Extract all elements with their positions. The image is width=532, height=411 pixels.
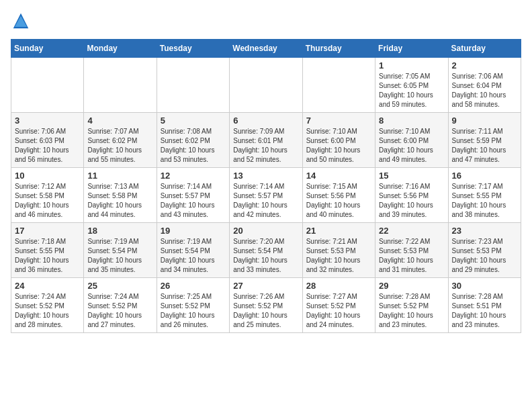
- day-info: Sunrise: 7:14 AM Sunset: 5:57 PM Dayligh…: [161, 182, 226, 220]
- calendar-cell: 23Sunrise: 7:23 AM Sunset: 5:53 PM Dayli…: [448, 223, 521, 278]
- day-info: Sunrise: 7:09 AM Sunset: 6:01 PM Dayligh…: [233, 127, 298, 165]
- calendar-cell: 5Sunrise: 7:08 AM Sunset: 6:02 PM Daylig…: [157, 113, 229, 168]
- day-info: Sunrise: 7:12 AM Sunset: 5:58 PM Dayligh…: [15, 182, 80, 220]
- day-number: 2: [452, 60, 517, 71]
- day-number: 16: [452, 171, 517, 181]
- day-info: Sunrise: 7:27 AM Sunset: 5:52 PM Dayligh…: [306, 292, 371, 330]
- calendar-cell: [84, 58, 157, 113]
- day-number: 25: [87, 281, 152, 291]
- calendar-cell: 20Sunrise: 7:20 AM Sunset: 5:54 PM Dayli…: [230, 223, 302, 278]
- day-number: 28: [306, 281, 371, 291]
- day-info: Sunrise: 7:19 AM Sunset: 5:54 PM Dayligh…: [161, 237, 226, 275]
- day-info: Sunrise: 7:16 AM Sunset: 5:56 PM Dayligh…: [379, 182, 444, 220]
- day-number: 12: [161, 171, 226, 181]
- calendar-cell: 24Sunrise: 7:24 AM Sunset: 5:52 PM Dayli…: [11, 278, 84, 333]
- calendar-week-row: 3Sunrise: 7:06 AM Sunset: 6:03 PM Daylig…: [11, 113, 521, 168]
- day-info: Sunrise: 7:18 AM Sunset: 5:55 PM Dayligh…: [15, 237, 80, 275]
- calendar-cell: 17Sunrise: 7:18 AM Sunset: 5:55 PM Dayli…: [11, 223, 84, 278]
- day-header-saturday: Saturday: [448, 40, 521, 58]
- day-number: 17: [15, 226, 80, 236]
- day-number: 26: [161, 281, 226, 291]
- calendar-cell: 21Sunrise: 7:21 AM Sunset: 5:53 PM Dayli…: [302, 223, 375, 278]
- day-info: Sunrise: 7:20 AM Sunset: 5:54 PM Dayligh…: [233, 237, 298, 275]
- day-info: Sunrise: 7:17 AM Sunset: 5:55 PM Dayligh…: [452, 182, 517, 220]
- calendar-cell: 3Sunrise: 7:06 AM Sunset: 6:03 PM Daylig…: [11, 113, 84, 168]
- calendar-cell: 2Sunrise: 7:06 AM Sunset: 6:04 PM Daylig…: [448, 58, 521, 113]
- calendar-cell: 27Sunrise: 7:26 AM Sunset: 5:52 PM Dayli…: [230, 278, 302, 333]
- day-header-monday: Monday: [84, 40, 157, 58]
- day-info: Sunrise: 7:06 AM Sunset: 6:03 PM Dayligh…: [15, 127, 80, 165]
- day-number: 23: [452, 226, 517, 236]
- day-info: Sunrise: 7:21 AM Sunset: 5:53 PM Dayligh…: [306, 237, 371, 275]
- calendar-cell: 6Sunrise: 7:09 AM Sunset: 6:01 PM Daylig…: [230, 113, 302, 168]
- calendar-cell: 13Sunrise: 7:14 AM Sunset: 5:57 PM Dayli…: [230, 168, 302, 223]
- day-number: 1: [379, 60, 444, 71]
- calendar-cell: 22Sunrise: 7:22 AM Sunset: 5:53 PM Dayli…: [375, 223, 448, 278]
- logo-icon: [11, 11, 31, 31]
- day-number: 3: [15, 116, 80, 126]
- calendar-cell: 8Sunrise: 7:10 AM Sunset: 6:00 PM Daylig…: [375, 113, 448, 168]
- day-number: 22: [379, 226, 444, 236]
- day-info: Sunrise: 7:19 AM Sunset: 5:54 PM Dayligh…: [87, 237, 152, 275]
- day-info: Sunrise: 7:15 AM Sunset: 5:56 PM Dayligh…: [306, 182, 371, 220]
- calendar-table: SundayMondayTuesdayWednesdayThursdayFrid…: [11, 39, 521, 333]
- day-info: Sunrise: 7:28 AM Sunset: 5:52 PM Dayligh…: [379, 292, 444, 330]
- day-number: 13: [233, 171, 298, 181]
- calendar-cell: [11, 58, 84, 113]
- day-number: 9: [452, 116, 517, 126]
- calendar-week-row: 10Sunrise: 7:12 AM Sunset: 5:58 PM Dayli…: [11, 168, 521, 223]
- calendar-cell: 10Sunrise: 7:12 AM Sunset: 5:58 PM Dayli…: [11, 168, 84, 223]
- day-number: 7: [306, 116, 371, 126]
- calendar-cell: 18Sunrise: 7:19 AM Sunset: 5:54 PM Dayli…: [84, 223, 157, 278]
- day-number: 20: [233, 226, 298, 236]
- day-header-wednesday: Wednesday: [230, 40, 302, 58]
- calendar-cell: 4Sunrise: 7:07 AM Sunset: 6:02 PM Daylig…: [84, 113, 157, 168]
- calendar-cell: [157, 58, 229, 113]
- logo: [11, 11, 34, 31]
- day-number: 21: [306, 226, 371, 236]
- calendar-cell: 29Sunrise: 7:28 AM Sunset: 5:52 PM Dayli…: [375, 278, 448, 333]
- calendar-cell: 16Sunrise: 7:17 AM Sunset: 5:55 PM Dayli…: [448, 168, 521, 223]
- calendar-cell: 26Sunrise: 7:25 AM Sunset: 5:52 PM Dayli…: [157, 278, 229, 333]
- day-number: 14: [306, 171, 371, 181]
- calendar-header-row: SundayMondayTuesdayWednesdayThursdayFrid…: [11, 40, 521, 58]
- day-info: Sunrise: 7:23 AM Sunset: 5:53 PM Dayligh…: [452, 237, 517, 275]
- calendar-week-row: 17Sunrise: 7:18 AM Sunset: 5:55 PM Dayli…: [11, 223, 521, 278]
- day-info: Sunrise: 7:07 AM Sunset: 6:02 PM Dayligh…: [87, 127, 152, 165]
- calendar-cell: 1Sunrise: 7:05 AM Sunset: 6:05 PM Daylig…: [375, 58, 448, 113]
- calendar-cell: 30Sunrise: 7:28 AM Sunset: 5:51 PM Dayli…: [448, 278, 521, 333]
- day-info: Sunrise: 7:24 AM Sunset: 5:52 PM Dayligh…: [15, 292, 80, 330]
- day-number: 18: [87, 226, 152, 236]
- day-info: Sunrise: 7:11 AM Sunset: 5:59 PM Dayligh…: [452, 127, 517, 165]
- day-header-sunday: Sunday: [11, 40, 84, 58]
- day-info: Sunrise: 7:06 AM Sunset: 6:04 PM Dayligh…: [452, 72, 517, 109]
- day-number: 8: [379, 116, 444, 126]
- day-number: 24: [15, 281, 80, 291]
- calendar-week-row: 24Sunrise: 7:24 AM Sunset: 5:52 PM Dayli…: [11, 278, 521, 333]
- calendar-cell: 14Sunrise: 7:15 AM Sunset: 5:56 PM Dayli…: [302, 168, 375, 223]
- day-info: Sunrise: 7:10 AM Sunset: 6:00 PM Dayligh…: [306, 127, 371, 165]
- day-info: Sunrise: 7:25 AM Sunset: 5:52 PM Dayligh…: [161, 292, 226, 330]
- day-header-thursday: Thursday: [302, 40, 375, 58]
- calendar-cell: 15Sunrise: 7:16 AM Sunset: 5:56 PM Dayli…: [375, 168, 448, 223]
- day-number: 15: [379, 171, 444, 181]
- calendar-cell: 25Sunrise: 7:24 AM Sunset: 5:52 PM Dayli…: [84, 278, 157, 333]
- calendar-cell: [230, 58, 302, 113]
- day-info: Sunrise: 7:05 AM Sunset: 6:05 PM Dayligh…: [379, 72, 444, 109]
- day-number: 29: [379, 281, 444, 291]
- day-info: Sunrise: 7:14 AM Sunset: 5:57 PM Dayligh…: [233, 182, 298, 220]
- calendar-cell: 12Sunrise: 7:14 AM Sunset: 5:57 PM Dayli…: [157, 168, 229, 223]
- calendar-cell: 7Sunrise: 7:10 AM Sunset: 6:00 PM Daylig…: [302, 113, 375, 168]
- day-number: 11: [87, 171, 152, 181]
- day-number: 19: [161, 226, 226, 236]
- day-info: Sunrise: 7:22 AM Sunset: 5:53 PM Dayligh…: [379, 237, 444, 275]
- day-info: Sunrise: 7:08 AM Sunset: 6:02 PM Dayligh…: [161, 127, 226, 165]
- day-number: 5: [161, 116, 226, 126]
- day-info: Sunrise: 7:26 AM Sunset: 5:52 PM Dayligh…: [233, 292, 298, 330]
- day-number: 6: [233, 116, 298, 126]
- calendar-cell: [302, 58, 375, 113]
- day-header-friday: Friday: [375, 40, 448, 58]
- day-number: 30: [452, 281, 517, 291]
- calendar-cell: 19Sunrise: 7:19 AM Sunset: 5:54 PM Dayli…: [157, 223, 229, 278]
- svg-marker-1: [15, 16, 27, 28]
